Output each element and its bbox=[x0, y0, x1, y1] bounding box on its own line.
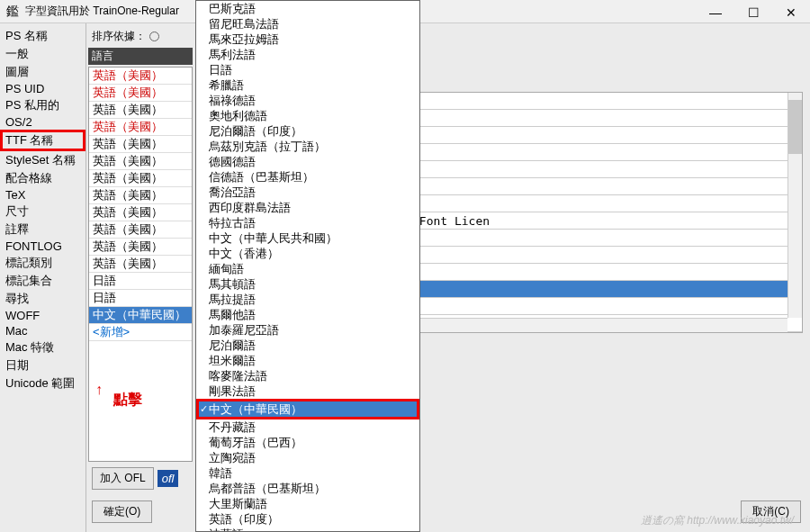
maximize-button[interactable]: ☐ bbox=[734, 0, 772, 25]
ofl-badge: ofl bbox=[158, 470, 179, 487]
vertical-scrollbar[interactable] bbox=[788, 93, 802, 318]
sidebar-item[interactable]: TTF 名稱 bbox=[0, 130, 86, 151]
dropdown-item[interactable]: 波蘭語 bbox=[196, 527, 419, 532]
sidebar-item[interactable]: Unicode 範圍 bbox=[0, 374, 86, 392]
language-item[interactable]: 英語（美國） bbox=[89, 102, 192, 119]
sidebar-item[interactable]: PS 名稱 bbox=[0, 27, 86, 45]
dropdown-item[interactable]: 馬爾他語 bbox=[196, 307, 419, 322]
sidebar-item[interactable]: TeX bbox=[0, 187, 86, 203]
dropdown-item[interactable]: 特拉古語 bbox=[196, 215, 419, 230]
sidebar-item[interactable]: 註釋 bbox=[0, 221, 86, 239]
dropdown-item[interactable]: 烏茲別克語（拉丁語） bbox=[196, 139, 419, 154]
dropdown-item[interactable]: 中文（中華人民共和國） bbox=[196, 230, 419, 246]
language-header: 語言 bbox=[88, 48, 193, 65]
language-item[interactable]: 日語 bbox=[89, 290, 192, 307]
dropdown-item[interactable]: 尼泊爾語（印度） bbox=[196, 123, 419, 139]
language-item[interactable]: 英語（美國） bbox=[89, 136, 192, 153]
sidebar-item[interactable]: 標記集合 bbox=[0, 272, 86, 290]
dropdown-item[interactable]: 韓語 bbox=[196, 465, 419, 481]
dropdown-item[interactable]: 留尼旺島法語 bbox=[196, 16, 419, 32]
language-item[interactable]: 英語（美國） bbox=[89, 153, 192, 170]
sidebar-item[interactable]: 日期 bbox=[0, 356, 86, 374]
app-icon: 鑑 bbox=[5, 5, 20, 19]
dropdown-item[interactable]: 福祿德語 bbox=[196, 93, 419, 108]
dropdown-item[interactable]: ✓中文（中華民國） bbox=[196, 399, 419, 419]
sidebar-item[interactable]: FONTLOG bbox=[0, 239, 86, 254]
dropdown-item[interactable]: 日語 bbox=[196, 62, 419, 77]
close-button[interactable]: ✕ bbox=[772, 0, 810, 25]
dropdown-item[interactable]: 烏都普語（巴基斯坦） bbox=[196, 481, 419, 496]
sort-label: 排序依據： bbox=[92, 29, 146, 44]
dropdown-item[interactable]: 德國德語 bbox=[196, 154, 419, 169]
dropdown-item[interactable]: 信德語（巴基斯坦） bbox=[196, 169, 419, 185]
ok-button[interactable]: 確定(O) bbox=[92, 500, 152, 523]
language-item[interactable]: 英語（美國） bbox=[89, 119, 192, 136]
language-item[interactable]: 英語（美國） bbox=[89, 187, 192, 204]
dropdown-item[interactable]: 西印度群島法語 bbox=[196, 200, 419, 215]
language-panel: 排序依據： 語言 英語（美國）英語（美國）英語（美國）英語（美國）英語（美國）英… bbox=[86, 23, 194, 532]
dropdown-item[interactable]: 大里斯蘭語 bbox=[196, 496, 419, 511]
dropdown-item[interactable]: 馬拉提語 bbox=[196, 292, 419, 307]
dropdown-item[interactable]: 希臘語 bbox=[196, 77, 419, 93]
sidebar-item[interactable]: PS UID bbox=[0, 81, 86, 96]
sidebar-item[interactable]: 標記類別 bbox=[0, 254, 86, 272]
dropdown-item[interactable]: 英語（印度） bbox=[196, 511, 419, 527]
dropdown-item[interactable]: 巴斯克語 bbox=[196, 1, 419, 16]
language-item[interactable]: 英語（美國） bbox=[89, 68, 192, 85]
dropdown-item[interactable]: 立陶宛語 bbox=[196, 450, 419, 465]
language-item[interactable]: 英語（美國） bbox=[89, 170, 192, 187]
add-ofl-button[interactable]: 加入 OFL bbox=[92, 467, 154, 490]
language-item[interactable]: 中文（中華民國） bbox=[89, 307, 192, 324]
dropdown-item[interactable]: 中文（香港） bbox=[196, 246, 419, 261]
dropdown-item[interactable]: 坦米爾語 bbox=[196, 353, 419, 368]
language-item[interactable]: 英語（美國） bbox=[89, 204, 192, 221]
language-item[interactable]: 英語（美國） bbox=[89, 221, 192, 239]
sort-radio[interactable] bbox=[149, 32, 159, 41]
language-item[interactable]: 英語（美國） bbox=[89, 85, 192, 102]
sidebar-item[interactable]: PS 私用的 bbox=[0, 96, 86, 114]
sidebar-item[interactable]: Mac 特徵 bbox=[0, 338, 86, 356]
dropdown-item[interactable]: 馬來亞拉姆語 bbox=[196, 32, 419, 47]
dropdown-item[interactable]: 剛果法語 bbox=[196, 383, 419, 399]
dropdown-item[interactable]: 加泰羅尼亞語 bbox=[196, 322, 419, 338]
language-dropdown[interactable]: 巴斯克語留尼旺島法語馬來亞拉姆語馬利法語日語希臘語福祿德語奧地利德語尼泊爾語（印… bbox=[195, 0, 420, 532]
language-item[interactable]: 日語 bbox=[89, 273, 192, 290]
minimize-button[interactable]: — bbox=[697, 0, 734, 25]
dropdown-item[interactable]: 奧地利德語 bbox=[196, 108, 419, 123]
dropdown-item[interactable]: 馬其頓語 bbox=[196, 276, 419, 292]
dropdown-item[interactable]: 緬甸語 bbox=[196, 261, 419, 276]
annotation-click: 點擊 bbox=[113, 391, 142, 410]
check-icon: ✓ bbox=[200, 401, 208, 417]
sidebar-item[interactable]: 尋找 bbox=[0, 290, 86, 308]
sidebar-item[interactable]: 配合格線 bbox=[0, 169, 86, 187]
sidebar-item[interactable]: WOFF bbox=[0, 308, 86, 323]
arrow-up-icon: ↑ bbox=[95, 382, 103, 398]
cancel-button[interactable]: 取消(C) bbox=[741, 500, 801, 523]
sidebar-item[interactable]: OS/2 bbox=[0, 114, 86, 130]
sidebar-item[interactable]: 尺寸 bbox=[0, 203, 86, 221]
window-title: 字型資訊用於 TrainOne-Regular bbox=[25, 4, 179, 19]
dropdown-item[interactable]: 葡萄牙語（巴西） bbox=[196, 435, 419, 450]
dropdown-item[interactable]: 尼泊爾語 bbox=[196, 338, 419, 353]
dropdown-item[interactable]: 喀麥隆法語 bbox=[196, 368, 419, 383]
dropdown-item[interactable]: 喬治亞語 bbox=[196, 185, 419, 200]
dropdown-item[interactable]: 馬利法語 bbox=[196, 47, 419, 62]
language-item[interactable]: 英語（美國） bbox=[89, 239, 192, 256]
sidebar-item[interactable]: Mac bbox=[0, 323, 86, 338]
language-item[interactable]: 英語（美國） bbox=[89, 256, 192, 273]
sidebar-item[interactable]: 一般 bbox=[0, 45, 86, 63]
dropdown-item[interactable]: 不丹藏語 bbox=[196, 419, 419, 435]
sidebar-item[interactable]: 圖層 bbox=[0, 63, 86, 81]
language-item[interactable]: <新增> bbox=[89, 324, 192, 341]
sidebar-item[interactable]: StyleSet 名稱 bbox=[0, 151, 86, 169]
category-sidebar: PS 名稱一般圖層PS UIDPS 私用的OS/2TTF 名稱StyleSet … bbox=[0, 23, 86, 532]
